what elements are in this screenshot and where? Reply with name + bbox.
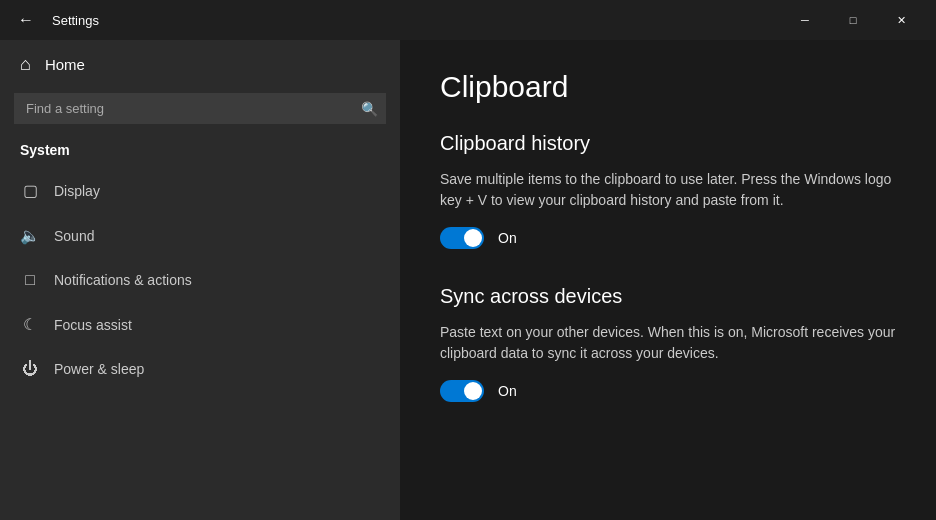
sidebar-home[interactable]: ⌂ Home (0, 40, 400, 89)
sidebar-item-focus[interactable]: ☾ Focus assist (0, 302, 400, 347)
home-icon: ⌂ (20, 54, 31, 75)
clipboard-history-toggle-label: On (498, 230, 517, 246)
clipboard-history-section: Clipboard history Save multiple items to… (440, 132, 896, 249)
power-icon: ⏻ (20, 360, 40, 378)
close-button[interactable]: ✕ (878, 4, 924, 36)
app-title: Settings (52, 13, 782, 28)
display-icon: ▢ (20, 181, 40, 200)
sidebar-item-display-label: Display (54, 183, 100, 199)
content-area: Clipboard Clipboard history Save multipl… (400, 40, 936, 520)
sidebar-item-notifications[interactable]: □ Notifications & actions (0, 258, 400, 302)
clipboard-history-toggle-row: On (440, 227, 896, 249)
minimize-button[interactable]: ─ (782, 4, 828, 36)
focus-icon: ☾ (20, 315, 40, 334)
sound-icon: 🔈 (20, 226, 40, 245)
clipboard-history-desc: Save multiple items to the clipboard to … (440, 169, 896, 211)
sidebar-item-sound-label: Sound (54, 228, 94, 244)
window-controls: ─ □ ✕ (782, 4, 924, 36)
sidebar-item-sound[interactable]: 🔈 Sound (0, 213, 400, 258)
sidebar: ⌂ Home 🔍 System ▢ Display 🔈 Sound □ Noti… (0, 40, 400, 520)
back-button[interactable]: ← (12, 6, 40, 34)
clipboard-history-toggle[interactable] (440, 227, 484, 249)
search-box: 🔍 (14, 93, 386, 124)
sync-devices-toggle-row: On (440, 380, 896, 402)
maximize-button[interactable]: □ (830, 4, 876, 36)
search-icon[interactable]: 🔍 (361, 101, 378, 117)
sidebar-item-notifications-label: Notifications & actions (54, 272, 192, 288)
sync-devices-title: Sync across devices (440, 285, 896, 308)
search-input[interactable] (14, 93, 386, 124)
page-title: Clipboard (440, 70, 896, 104)
app-body: ⌂ Home 🔍 System ▢ Display 🔈 Sound □ Noti… (0, 40, 936, 520)
sidebar-item-power[interactable]: ⏻ Power & sleep (0, 347, 400, 391)
sidebar-item-display[interactable]: ▢ Display (0, 168, 400, 213)
clipboard-history-title: Clipboard history (440, 132, 896, 155)
sync-devices-toggle[interactable] (440, 380, 484, 402)
sidebar-item-power-label: Power & sleep (54, 361, 144, 377)
home-label: Home (45, 56, 85, 73)
sync-devices-toggle-label: On (498, 383, 517, 399)
notifications-icon: □ (20, 271, 40, 289)
sync-devices-desc: Paste text on your other devices. When t… (440, 322, 896, 364)
sidebar-item-focus-label: Focus assist (54, 317, 132, 333)
title-bar: ← Settings ─ □ ✕ (0, 0, 936, 40)
sidebar-section-title: System (0, 136, 400, 168)
sync-devices-section: Sync across devices Paste text on your o… (440, 285, 896, 402)
